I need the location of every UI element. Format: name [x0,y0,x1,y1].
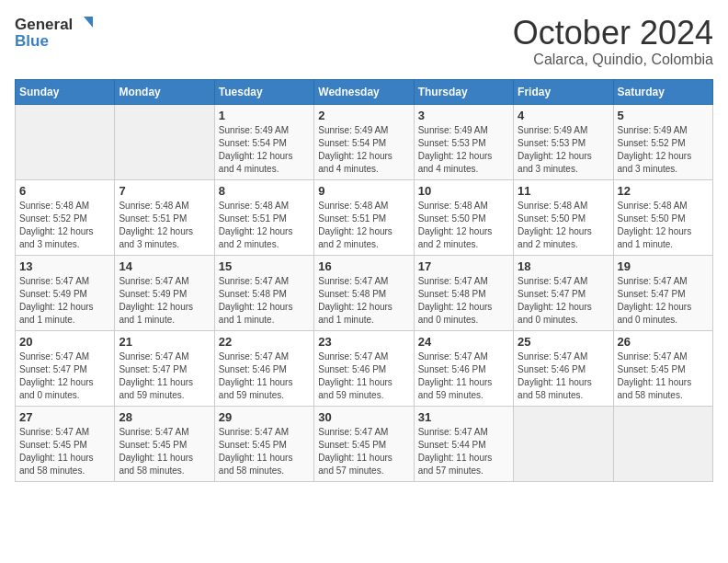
day-info: Sunrise: 5:47 AM Sunset: 5:45 PM Dayligh… [19,426,110,477]
calendar-table: SundayMondayTuesdayWednesdayThursdayFrid… [15,79,713,482]
header: General Blue October 2024 Calarca, Quind… [15,15,713,68]
day-number: 11 [518,184,609,198]
weekday-header-thursday: Thursday [414,79,513,104]
calendar-cell: 16Sunrise: 5:47 AM Sunset: 5:48 PM Dayli… [314,255,414,330]
day-info: Sunrise: 5:49 AM Sunset: 5:53 PM Dayligh… [518,124,609,176]
day-info: Sunrise: 5:47 AM Sunset: 5:46 PM Dayligh… [219,350,310,402]
calendar-cell: 24Sunrise: 5:47 AM Sunset: 5:46 PM Dayli… [414,330,513,406]
day-info: Sunrise: 5:48 AM Sunset: 5:51 PM Dayligh… [318,200,409,251]
day-number: 15 [219,259,310,273]
weekday-header-row: SundayMondayTuesdayWednesdayThursdayFrid… [16,79,713,104]
day-number: 9 [318,184,409,198]
day-number: 18 [518,259,609,273]
logo-blue: Blue [15,33,95,51]
day-info: Sunrise: 5:47 AM Sunset: 5:47 PM Dayligh… [518,275,609,327]
day-info: Sunrise: 5:47 AM Sunset: 5:45 PM Dayligh… [219,426,310,477]
weekday-header-friday: Friday [514,79,613,104]
calendar-cell: 29Sunrise: 5:47 AM Sunset: 5:45 PM Dayli… [214,406,313,481]
day-number: 12 [618,184,709,198]
day-number: 28 [119,410,210,424]
calendar-cell: 9Sunrise: 5:48 AM Sunset: 5:51 PM Daylig… [314,179,414,255]
day-number: 26 [618,335,709,349]
location-title: Calarca, Quindio, Colombia [513,52,713,68]
day-number: 8 [219,184,310,198]
day-info: Sunrise: 5:47 AM Sunset: 5:46 PM Dayligh… [518,350,609,402]
day-number: 10 [418,184,509,198]
day-info: Sunrise: 5:48 AM Sunset: 5:51 PM Dayligh… [119,200,210,251]
calendar-cell: 12Sunrise: 5:48 AM Sunset: 5:50 PM Dayli… [613,179,712,255]
week-row-1: 1Sunrise: 5:49 AM Sunset: 5:54 PM Daylig… [16,104,713,179]
calendar-cell [115,104,214,179]
day-info: Sunrise: 5:47 AM Sunset: 5:48 PM Dayligh… [219,275,310,327]
day-info: Sunrise: 5:47 AM Sunset: 5:47 PM Dayligh… [19,350,110,402]
weekday-header-saturday: Saturday [613,79,712,104]
day-info: Sunrise: 5:47 AM Sunset: 5:46 PM Dayligh… [318,350,409,402]
day-info: Sunrise: 5:48 AM Sunset: 5:50 PM Dayligh… [618,200,709,251]
calendar-cell: 10Sunrise: 5:48 AM Sunset: 5:50 PM Dayli… [414,179,513,255]
day-info: Sunrise: 5:47 AM Sunset: 5:47 PM Dayligh… [119,350,210,402]
calendar-cell: 28Sunrise: 5:47 AM Sunset: 5:45 PM Dayli… [115,406,214,481]
calendar-cell: 25Sunrise: 5:47 AM Sunset: 5:46 PM Dayli… [514,330,613,406]
calendar-cell: 30Sunrise: 5:47 AM Sunset: 5:45 PM Dayli… [314,406,414,481]
day-number: 17 [418,259,509,273]
svg-marker-0 [84,17,93,28]
day-number: 20 [19,335,110,349]
calendar-cell: 27Sunrise: 5:47 AM Sunset: 5:45 PM Dayli… [16,406,115,481]
day-info: Sunrise: 5:49 AM Sunset: 5:54 PM Dayligh… [318,124,409,176]
day-number: 31 [418,410,509,424]
day-info: Sunrise: 5:48 AM Sunset: 5:50 PM Dayligh… [418,200,509,251]
calendar-cell: 1Sunrise: 5:49 AM Sunset: 5:54 PM Daylig… [214,104,313,179]
calendar-cell: 2Sunrise: 5:49 AM Sunset: 5:54 PM Daylig… [314,104,414,179]
day-info: Sunrise: 5:47 AM Sunset: 5:44 PM Dayligh… [418,426,509,477]
day-number: 23 [318,335,409,349]
day-info: Sunrise: 5:49 AM Sunset: 5:52 PM Dayligh… [618,124,709,176]
week-row-4: 20Sunrise: 5:47 AM Sunset: 5:47 PM Dayli… [16,330,713,406]
logo-general: General [15,17,73,34]
calendar-cell: 5Sunrise: 5:49 AM Sunset: 5:52 PM Daylig… [613,104,712,179]
calendar-cell: 26Sunrise: 5:47 AM Sunset: 5:45 PM Dayli… [613,330,712,406]
logo: General Blue [15,15,95,51]
month-title: October 2024 [513,15,713,52]
logo-arrow-icon [74,15,95,35]
calendar-cell: 31Sunrise: 5:47 AM Sunset: 5:44 PM Dayli… [414,406,513,481]
weekday-header-wednesday: Wednesday [314,79,414,104]
calendar-cell: 4Sunrise: 5:49 AM Sunset: 5:53 PM Daylig… [514,104,613,179]
day-info: Sunrise: 5:47 AM Sunset: 5:45 PM Dayligh… [618,350,709,402]
day-info: Sunrise: 5:47 AM Sunset: 5:46 PM Dayligh… [418,350,509,402]
day-info: Sunrise: 5:47 AM Sunset: 5:49 PM Dayligh… [19,275,110,327]
day-number: 13 [19,259,110,273]
day-info: Sunrise: 5:48 AM Sunset: 5:52 PM Dayligh… [19,200,110,251]
calendar-cell: 13Sunrise: 5:47 AM Sunset: 5:49 PM Dayli… [16,255,115,330]
day-info: Sunrise: 5:48 AM Sunset: 5:50 PM Dayligh… [518,200,609,251]
day-number: 7 [119,184,210,198]
calendar-cell [514,406,613,481]
day-number: 5 [618,109,709,122]
calendar-cell: 3Sunrise: 5:49 AM Sunset: 5:53 PM Daylig… [414,104,513,179]
week-row-3: 13Sunrise: 5:47 AM Sunset: 5:49 PM Dayli… [16,255,713,330]
weekday-header-monday: Monday [115,79,214,104]
day-number: 2 [318,109,409,122]
day-number: 30 [318,410,409,424]
day-number: 27 [19,410,110,424]
calendar-cell: 17Sunrise: 5:47 AM Sunset: 5:48 PM Dayli… [414,255,513,330]
day-number: 6 [19,184,110,198]
calendar-cell: 21Sunrise: 5:47 AM Sunset: 5:47 PM Dayli… [115,330,214,406]
day-number: 1 [219,109,310,122]
calendar-cell: 8Sunrise: 5:48 AM Sunset: 5:51 PM Daylig… [214,179,313,255]
day-info: Sunrise: 5:48 AM Sunset: 5:51 PM Dayligh… [219,200,310,251]
week-row-5: 27Sunrise: 5:47 AM Sunset: 5:45 PM Dayli… [16,406,713,481]
day-info: Sunrise: 5:47 AM Sunset: 5:45 PM Dayligh… [318,426,409,477]
day-number: 19 [618,259,709,273]
day-number: 16 [318,259,409,273]
day-number: 14 [119,259,210,273]
calendar-cell: 23Sunrise: 5:47 AM Sunset: 5:46 PM Dayli… [314,330,414,406]
day-info: Sunrise: 5:47 AM Sunset: 5:45 PM Dayligh… [119,426,210,477]
calendar-cell: 11Sunrise: 5:48 AM Sunset: 5:50 PM Dayli… [514,179,613,255]
day-info: Sunrise: 5:49 AM Sunset: 5:54 PM Dayligh… [219,124,310,176]
week-row-2: 6Sunrise: 5:48 AM Sunset: 5:52 PM Daylig… [16,179,713,255]
calendar-cell: 18Sunrise: 5:47 AM Sunset: 5:47 PM Dayli… [514,255,613,330]
day-info: Sunrise: 5:47 AM Sunset: 5:49 PM Dayligh… [119,275,210,327]
day-number: 24 [418,335,509,349]
day-number: 29 [219,410,310,424]
calendar-cell [16,104,115,179]
